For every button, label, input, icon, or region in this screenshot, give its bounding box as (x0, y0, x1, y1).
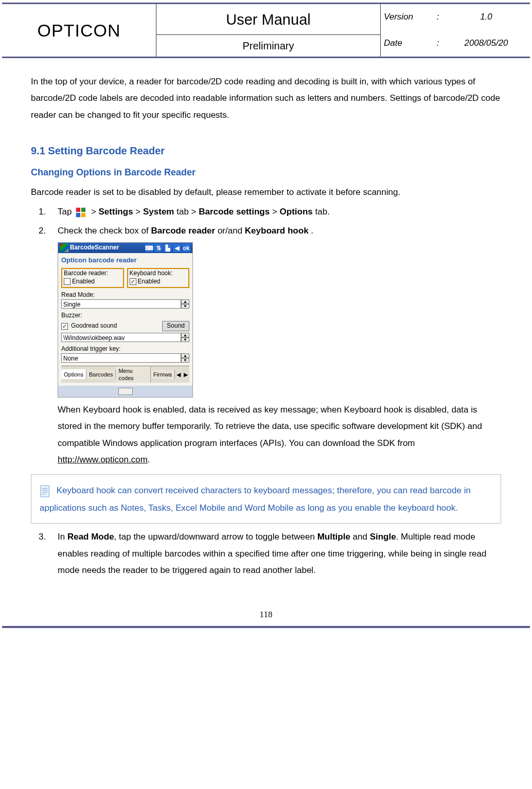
spinner-down-icon[interactable]: ▼ (181, 337, 189, 342)
app-subtitle: Opticon barcode reader (58, 253, 192, 266)
windows-logo-icon (60, 244, 68, 252)
read-mode-input[interactable]: Single (61, 299, 181, 309)
sep: > (135, 207, 143, 217)
signal-icon[interactable]: ▙ (164, 244, 172, 252)
version-value: 1.0 (446, 9, 527, 25)
tab-word: tab > (176, 207, 199, 217)
barcode-settings-screenshot: BarcodeScanner ⌨ ⇅ ▙ ◀ ok Opticon barcod… (58, 242, 193, 398)
tab-scroll-right-icon[interactable]: ▶ (182, 371, 189, 378)
step-2: Check the check box of Barcode reader or… (48, 223, 501, 469)
tab-bar: Options Barcodes Menu codes Firmwa ◀ ▶ (61, 366, 189, 383)
goodread-sound-checkbox[interactable]: ✓ (61, 323, 68, 330)
read-mode-label: Read Mode: (61, 291, 189, 299)
step2-mid: or/and (218, 226, 245, 236)
step2-prefix: Check the check box of (58, 226, 151, 236)
barcode-reader-enabled-label: Enabled (72, 278, 95, 286)
s3-b: , tap the upward/downward arrow to toggl… (114, 532, 317, 542)
spinner-up-icon[interactable]: ▲ (181, 299, 189, 304)
keyboard-hook-enabled-label: Enabled (138, 278, 161, 286)
intro-paragraph: In the top of your device, a reader for … (31, 74, 501, 123)
system-bold: System (143, 207, 174, 217)
page-header: OPTICON User Manual Preliminary Version … (2, 3, 530, 58)
trigger-spinner[interactable]: ▲ ▼ (181, 353, 189, 363)
doc-subtitle: Preliminary (156, 35, 380, 57)
volume-icon[interactable]: ◀ (173, 244, 181, 252)
connectivity-icon[interactable]: ⇅ (154, 244, 163, 252)
s3-c: and (350, 532, 370, 542)
note-box: Keyboard hook can convert received chara… (31, 474, 501, 524)
colon: : (430, 35, 446, 51)
tab-scroll-left-icon[interactable]: ◀ (175, 371, 182, 378)
trigger-input[interactable]: None (61, 353, 181, 363)
read-mode-bold: Read Mode (67, 532, 114, 542)
colon: : (430, 9, 446, 25)
keyboard-hook-group: Keyboard hook: ✓ Enabled (127, 268, 190, 288)
step-3: In Read Mode, tap the upward/downward ar… (48, 529, 501, 579)
barcode-reader-label: Barcode reader: (64, 270, 121, 278)
brand: OPTICON (2, 4, 156, 57)
footer-rule (2, 626, 530, 628)
step1-prefix: Tap (58, 207, 74, 217)
barcode-reader-group: Barcode reader: Enabled (61, 268, 124, 288)
single-bold: Single (370, 532, 396, 542)
intro-line: Barcode reader is set to be disabled by … (31, 184, 501, 201)
spinner-down-icon[interactable]: ▼ (181, 304, 189, 309)
window-titlebar: BarcodeScanner ⌨ ⇅ ▙ ◀ ok (58, 243, 192, 253)
doc-title: User Manual (156, 4, 380, 35)
keyboard-icon[interactable] (118, 388, 133, 395)
tab-word: tab. (315, 207, 330, 217)
trigger-label: Additional trigger key: (61, 345, 189, 353)
keyboard-hook-bold: Keyboard hook (245, 226, 309, 236)
tab-firmware[interactable]: Firmwa (151, 370, 175, 379)
sip-bar (58, 386, 192, 397)
after-ss-text-a: When Keyboard hook is enabled, data is r… (58, 405, 482, 448)
date-value: 2008/05/20 (446, 35, 527, 51)
steps-list-continued: In Read Mode, tap the upward/downward ar… (31, 529, 501, 579)
svg-rect-4 (41, 486, 49, 497)
header-meta: Version : 1.0 Date : 2008/05/20 (381, 4, 530, 57)
read-mode-spinner[interactable]: ▲ ▼ (181, 299, 189, 309)
s3-a: In (58, 532, 67, 542)
spinner-up-icon[interactable]: ▲ (181, 353, 189, 358)
barcode-reader-bold: Barcode reader (151, 226, 215, 236)
svg-rect-0 (76, 208, 80, 212)
tab-options[interactable]: Options (61, 369, 86, 379)
section-heading: 9.1 Setting Barcode Reader (31, 141, 501, 160)
sound-path-spinner[interactable]: ▲ ▼ (181, 333, 189, 342)
ok-button[interactable]: ok (182, 244, 190, 252)
note-text: Keyboard hook can convert received chara… (40, 486, 471, 513)
page-number: 118 (0, 606, 532, 626)
note-icon (40, 485, 51, 498)
goodread-sound-label: Goodread sound (71, 322, 159, 330)
spinner-down-icon[interactable]: ▼ (181, 358, 189, 363)
sdk-link[interactable]: http://www.opticon.com (58, 455, 148, 464)
barcode-reader-checkbox[interactable] (64, 278, 70, 285)
sound-button[interactable]: Sound (162, 321, 189, 331)
spinner-up-icon[interactable]: ▲ (181, 333, 189, 337)
steps-list: Tap > Settings > System tab > Barcode se… (31, 204, 501, 468)
date-row: Date : 2008/05/20 (381, 30, 530, 57)
buzzer-label: Buzzer: (61, 312, 189, 320)
version-row: Version : 1.0 (381, 4, 530, 30)
step2-suffix: . (311, 226, 313, 236)
sound-path-input[interactable]: \Windows\okbeep.wav (61, 333, 181, 342)
svg-rect-1 (81, 208, 85, 212)
version-label: Version (384, 9, 430, 25)
titlebar-icons: ⌨ ⇅ ▙ ◀ ok (145, 244, 190, 252)
keyboard-hook-checkbox[interactable]: ✓ (130, 278, 136, 285)
settings-bold: Settings (99, 207, 133, 217)
barcode-settings-bold: Barcode settings (199, 207, 270, 217)
svg-rect-3 (81, 213, 85, 217)
after-ss-text-b: . (148, 455, 150, 464)
sub-heading: Changing Options in Barcode Reader (31, 164, 501, 181)
step-1: Tap > Settings > System tab > Barcode se… (48, 204, 501, 220)
date-label: Date (384, 35, 430, 51)
tab-menu-codes[interactable]: Menu codes (116, 366, 151, 383)
tab-barcodes[interactable]: Barcodes (86, 370, 116, 379)
header-center: User Manual Preliminary (156, 4, 381, 57)
window-body: Barcode reader: Enabled Keyboard hook: ✓… (58, 266, 192, 386)
sip-icon[interactable]: ⌨ (145, 244, 153, 252)
options-bold: Options (280, 207, 313, 217)
sep: > (91, 207, 99, 217)
page-content: In the top of your device, a reader for … (0, 58, 532, 591)
